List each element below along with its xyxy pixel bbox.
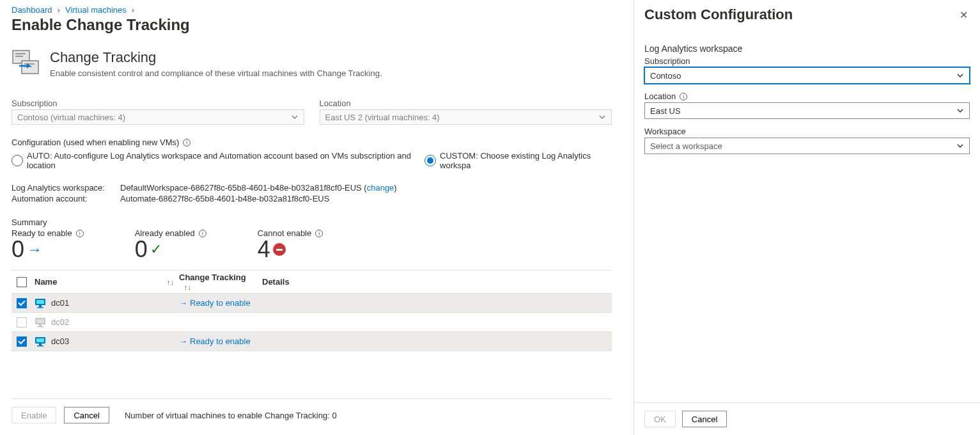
table-header: Name ↑↓ Change Tracking ↑↓ Details: [12, 271, 612, 294]
svg-rect-13: [37, 326, 43, 328]
panel-loc-label: Location i: [644, 91, 970, 101]
svg-rect-12: [39, 324, 42, 326]
panel-sub-label: Subscription: [644, 56, 970, 66]
row-checkbox: [17, 317, 27, 328]
table-row[interactable]: dc03 → Ready to enable: [12, 332, 612, 351]
vm-icon: [35, 317, 46, 328]
ready-to-enable: → Ready to enable: [179, 298, 251, 308]
subscription-dropdown[interactable]: Contoso (virtual machines: 4): [12, 109, 304, 125]
row-checkbox[interactable]: [17, 336, 27, 347]
change-tracking-icon: [12, 49, 40, 77]
radio-auto[interactable]: AUTO: Auto-configure Log Analytics works…: [12, 151, 416, 170]
col-ct-header[interactable]: Change Tracking: [179, 273, 246, 282]
summary-ready: Ready to enablei 0 →: [12, 228, 84, 261]
workspace-label: Log Analytics workspace:: [12, 183, 120, 193]
main-footer: Enable Cancel Number of virtual machines…: [12, 399, 612, 435]
svg-rect-3: [22, 61, 38, 74]
panel-ws-label: Workspace: [644, 127, 970, 136]
panel-section-title: Log Analytics workspace: [644, 44, 970, 54]
radio-custom[interactable]: CUSTOM: Choose existing Log Analytics wo…: [424, 151, 612, 170]
svg-rect-11: [36, 319, 44, 323]
close-icon[interactable]: ✕: [957, 8, 970, 21]
page-title: Enable Change Tracking: [12, 16, 612, 34]
ok-button: OK: [644, 411, 676, 427]
radio-icon: [424, 155, 436, 166]
info-icon[interactable]: i: [183, 139, 191, 146]
panel-sub-dropdown[interactable]: Contoso: [644, 67, 970, 84]
chevron-right-icon: ›: [58, 5, 60, 15]
chevron-right-icon: ›: [132, 5, 134, 15]
info-icon[interactable]: i: [315, 230, 323, 237]
footer-count-text: Number of virtual machines to enable Cha…: [125, 411, 337, 420]
info-icon[interactable]: i: [680, 93, 687, 100]
feature-header: Change Tracking Enable consistent contro…: [12, 49, 612, 78]
feature-title: Change Tracking: [50, 49, 382, 66]
filter-row: Subscription Contoso (virtual machines: …: [12, 99, 612, 125]
vm-icon: [35, 336, 46, 347]
panel-loc-dropdown[interactable]: East US: [644, 102, 970, 119]
arrow-right-icon: →: [179, 298, 187, 308]
feature-desc: Enable consistent control and compliance…: [50, 68, 382, 78]
automation-label: Automation account:: [12, 194, 120, 203]
panel-ws-dropdown[interactable]: Select a workspace: [644, 138, 970, 154]
col-details-header[interactable]: Details: [262, 277, 290, 287]
breadcrumb: Dashboard › Virtual machines ›: [12, 5, 612, 15]
vm-name: dc03: [51, 336, 69, 346]
breadcrumb-vms[interactable]: Virtual machines: [65, 5, 127, 15]
panel-title: Custom Configuration: [644, 6, 793, 23]
arrow-right-icon: →: [179, 336, 187, 346]
table-row[interactable]: dc01 → Ready to enable: [12, 294, 612, 313]
config-details: Log Analytics workspace: DefaultWorkspac…: [12, 183, 612, 205]
chevron-down-icon: [956, 107, 964, 115]
svg-rect-9: [37, 307, 43, 308]
table-row[interactable]: dc02: [12, 313, 612, 332]
cancel-button[interactable]: Cancel: [64, 407, 109, 423]
chevron-down-icon: [598, 113, 606, 121]
summary-title: Summary: [12, 217, 612, 227]
automation-value: Automate-68627f8c-65b8-4601-b48e-b032a81…: [120, 194, 329, 203]
arrow-right-icon: →: [27, 242, 42, 257]
sort-icon[interactable]: ↑↓: [167, 278, 174, 286]
chevron-down-icon: [291, 113, 299, 121]
main-content: Dashboard › Virtual machines › Enable Ch…: [0, 0, 623, 435]
vm-name: dc02: [51, 317, 69, 327]
subscription-label: Subscription: [12, 99, 304, 108]
vm-name: dc01: [51, 298, 69, 308]
vm-icon: [35, 298, 46, 308]
workspace-value: DefaultWorkspace-68627f8c-65b8-4601-b48e…: [120, 183, 362, 193]
enable-button: Enable: [12, 407, 56, 423]
svg-rect-7: [36, 300, 44, 304]
svg-rect-15: [36, 338, 44, 342]
deny-icon: [273, 243, 286, 256]
sort-icon[interactable]: ↑↓: [184, 283, 191, 291]
info-icon[interactable]: i: [199, 230, 206, 237]
panel-cancel-button[interactable]: Cancel: [682, 411, 727, 427]
info-icon[interactable]: i: [76, 230, 84, 237]
svg-rect-16: [39, 344, 42, 345]
custom-config-panel: Custom Configuration ✕ Log Analytics wor…: [634, 0, 980, 435]
summary-already: Already enabledi 0 ✓: [135, 228, 206, 261]
radio-icon: [12, 155, 23, 166]
config-header: Configuration (used when enabling new VM…: [12, 138, 612, 147]
select-all-checkbox[interactable]: [17, 277, 27, 287]
ready-to-enable: → Ready to enable: [179, 336, 251, 346]
location-dropdown[interactable]: East US 2 (virtual machines: 4): [320, 109, 612, 125]
location-label: Location: [320, 99, 612, 108]
vm-table: Name ↑↓ Change Tracking ↑↓ Details dc01: [12, 270, 612, 351]
chevron-down-icon: [956, 72, 964, 79]
summary-cards: Ready to enablei 0 → Already enabledi 0 …: [12, 228, 612, 261]
summary-cannot: Cannot enablei 4: [258, 228, 323, 261]
panel-footer: OK Cancel: [634, 402, 980, 435]
svg-rect-8: [39, 305, 42, 307]
change-link[interactable]: change: [367, 183, 394, 193]
check-icon: ✓: [150, 242, 162, 257]
breadcrumb-dashboard[interactable]: Dashboard: [12, 5, 52, 15]
config-radio-group: AUTO: Auto-configure Log Analytics works…: [12, 151, 612, 170]
col-name-header[interactable]: Name: [35, 277, 57, 287]
row-checkbox[interactable]: [17, 298, 27, 308]
chevron-down-icon: [956, 142, 964, 150]
svg-rect-17: [37, 345, 43, 347]
